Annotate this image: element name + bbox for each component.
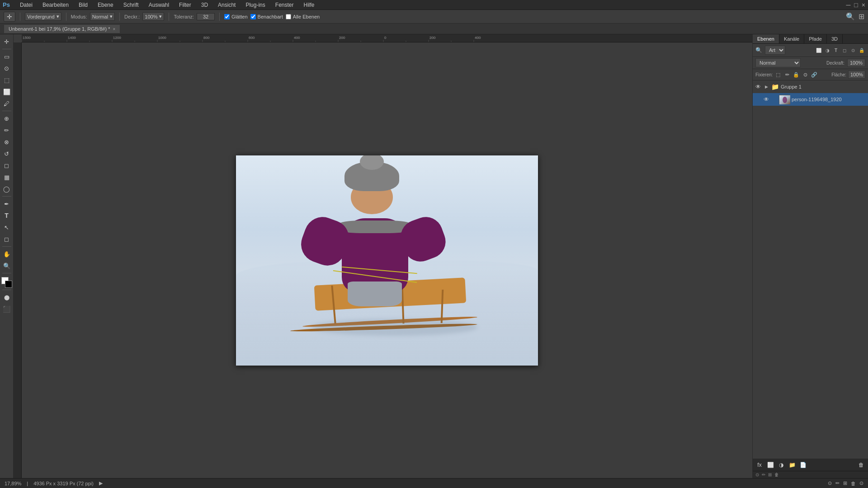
app-logo: Ps bbox=[3, 1, 10, 8]
crop-tool[interactable]: ⬜ bbox=[1, 86, 12, 97]
status-bottom-icon-1[interactable]: ⊙ bbox=[828, 480, 832, 486]
window-close-btn[interactable]: × bbox=[862, 1, 865, 9]
menu-bearbeiten[interactable]: Bearbeiten bbox=[41, 1, 71, 9]
quick-mask-tool[interactable]: ⬤ bbox=[1, 292, 12, 303]
group-btn[interactable]: 📁 bbox=[788, 461, 796, 469]
dodge-tool[interactable]: ◯ bbox=[1, 183, 12, 194]
filter-smart-icon[interactable]: ⊙ bbox=[849, 47, 857, 54]
menu-filter[interactable]: Filter bbox=[177, 1, 193, 9]
ruler-vertical bbox=[14, 42, 22, 478]
filter-lock-icon[interactable]: 🔒 bbox=[858, 47, 865, 54]
tool-preset-dropdown[interactable]: Vordergrund ▾ bbox=[25, 12, 61, 21]
glatten-checkbox[interactable] bbox=[224, 14, 230, 19]
zoom-tool[interactable]: 🔍 bbox=[1, 260, 12, 271]
alle-ebenen-check-group: Alle Ebenen bbox=[286, 14, 320, 19]
gradient-tool[interactable]: ▦ bbox=[1, 172, 12, 183]
clone-stamp-tool[interactable]: ⊗ bbox=[1, 136, 12, 147]
document-tab[interactable]: Unbenannt-1 bei 17,9% (Gruppe 1, RGB/8#)… bbox=[4, 24, 120, 33]
document-canvas[interactable] bbox=[236, 155, 538, 366]
status-bottom-icon-4[interactable]: 🗑 bbox=[851, 481, 856, 486]
canvas-wrapper bbox=[22, 42, 752, 478]
layers-bottom-bar: fx ⬜ ◑ 📁 📄 🗑 bbox=[753, 459, 868, 471]
menu-auswahl[interactable]: Auswahl bbox=[147, 1, 171, 9]
tab-3d[interactable]: 3D bbox=[827, 34, 843, 43]
home-button[interactable]: ✛ bbox=[4, 12, 15, 22]
status-bottom-icon-5[interactable]: ⊙ bbox=[859, 480, 863, 486]
menu-bild[interactable]: Bild bbox=[77, 1, 90, 9]
filter-adjust-icon[interactable]: ◑ bbox=[824, 47, 831, 54]
layer-expand-gruppe1[interactable]: ▶ bbox=[764, 84, 769, 89]
benachbart-checkbox[interactable] bbox=[250, 14, 256, 19]
window-minimize-btn[interactable]: ─ bbox=[846, 1, 850, 9]
menu-schrift[interactable]: Schrift bbox=[122, 1, 141, 9]
opacity-input[interactable] bbox=[847, 59, 865, 67]
layer-row-gruppe1[interactable]: 👁 ▶ 📁 Gruppe 1 bbox=[753, 80, 868, 93]
fix-pixel-icon[interactable]: ✏ bbox=[783, 71, 791, 78]
new-layer-btn[interactable]: 📄 bbox=[799, 461, 807, 469]
close-tab-btn[interactable]: × bbox=[113, 27, 115, 32]
search-icon[interactable]: 🔍 bbox=[846, 12, 855, 21]
fix-lock-icon[interactable]: 🔒 bbox=[793, 71, 800, 78]
hand-tool[interactable]: ✋ bbox=[1, 249, 12, 259]
layer-row-image[interactable]: 👁 bbox=[753, 93, 868, 106]
layer-visibility-gruppe1[interactable]: 👁 bbox=[755, 83, 762, 90]
panel-bottom-btn-2[interactable]: ✏ bbox=[762, 472, 765, 477]
eraser-tool[interactable]: ◻ bbox=[1, 160, 12, 171]
status-bottom-icon-3[interactable]: ⊞ bbox=[843, 480, 847, 486]
menu-ansicht[interactable]: Ansicht bbox=[216, 1, 237, 9]
tab-pfade[interactable]: Pfade bbox=[804, 34, 827, 43]
toleranz-input[interactable] bbox=[197, 13, 215, 20]
heal-tool[interactable]: ⊕ bbox=[1, 113, 12, 124]
menu-fenster[interactable]: Fenster bbox=[274, 1, 296, 9]
filter-text-icon[interactable]: T bbox=[832, 47, 840, 54]
status-bottom-icon-2[interactable]: ✏ bbox=[835, 480, 840, 486]
menu-3d[interactable]: 3D bbox=[199, 1, 210, 9]
child-scarf bbox=[339, 221, 411, 233]
history-brush-tool[interactable]: ↺ bbox=[1, 148, 12, 159]
panel-bottom-btn-1[interactable]: ⊙ bbox=[755, 472, 759, 477]
color-swatches[interactable] bbox=[1, 277, 12, 288]
fix-artboard-icon[interactable]: ⊙ bbox=[802, 71, 809, 78]
panel-bottom-btn-3[interactable]: ⊞ bbox=[768, 472, 772, 477]
filter-pixel-icon[interactable]: ⬜ bbox=[815, 47, 822, 54]
shape-tool[interactable]: ◻ bbox=[1, 234, 12, 244]
deckraft-arrow-icon: ▾ bbox=[159, 14, 162, 19]
blend-mode-dropdown[interactable]: Normal bbox=[755, 58, 801, 67]
fix-position-icon[interactable]: ⬚ bbox=[774, 71, 782, 78]
menu-ebene[interactable]: Ebene bbox=[96, 1, 115, 9]
layer-kind-dropdown[interactable]: Art bbox=[765, 46, 785, 55]
menu-hilfe[interactable]: Hilfe bbox=[302, 1, 316, 9]
modus-dropdown[interactable]: Normal ▾ bbox=[90, 12, 115, 21]
toleranz-label: Toleranz: bbox=[174, 14, 194, 19]
alle-ebenen-checkbox[interactable] bbox=[286, 14, 291, 19]
add-mask-btn[interactable]: ⬜ bbox=[766, 461, 774, 469]
menu-datei[interactable]: Datei bbox=[18, 1, 34, 9]
flache-input[interactable] bbox=[848, 70, 865, 79]
text-tool[interactable]: T bbox=[1, 210, 12, 221]
path-select-tool[interactable]: ↖ bbox=[1, 222, 12, 233]
pen-tool[interactable]: ✒ bbox=[1, 198, 12, 209]
brush-tool[interactable]: ✏ bbox=[1, 125, 12, 136]
workspace-icon[interactable]: ⊞ bbox=[859, 12, 864, 21]
quick-select-tool[interactable]: ⬚ bbox=[1, 75, 12, 85]
status-arrow[interactable]: ▶ bbox=[99, 480, 103, 486]
menu-plugins[interactable]: Plug-ins bbox=[244, 1, 267, 9]
screen-mode-tool[interactable]: ⬛ bbox=[1, 304, 12, 314]
filter-shape-icon[interactable]: ◻ bbox=[841, 47, 848, 54]
layer-visibility-image[interactable]: 👁 bbox=[763, 96, 770, 103]
panel-bottom-btn-4[interactable]: 🗑 bbox=[774, 472, 779, 477]
background-color[interactable] bbox=[5, 281, 12, 288]
marquee-tool[interactable]: ▭ bbox=[1, 51, 12, 62]
move-tool[interactable]: ✛ bbox=[1, 36, 12, 47]
eyedropper-tool[interactable]: 🖊 bbox=[1, 98, 12, 109]
fixieren-row: Fixieren: ⬚ ✏ 🔒 ⊙ 🔗 Fläche: bbox=[753, 69, 868, 80]
delete-layer-btn[interactable]: 🗑 bbox=[857, 461, 865, 469]
add-style-btn[interactable]: fx bbox=[755, 461, 764, 469]
deckraft-dropdown[interactable]: 100% ▾ bbox=[142, 12, 164, 21]
tab-kanaele[interactable]: Kanäle bbox=[779, 34, 804, 43]
fix-link-icon[interactable]: 🔗 bbox=[811, 71, 818, 78]
adjustment-btn[interactable]: ◑ bbox=[777, 461, 785, 469]
tab-ebenen[interactable]: Ebenen bbox=[753, 34, 779, 43]
window-maximize-btn[interactable]: □ bbox=[854, 1, 858, 9]
lasso-tool[interactable]: ⊙ bbox=[1, 63, 12, 74]
